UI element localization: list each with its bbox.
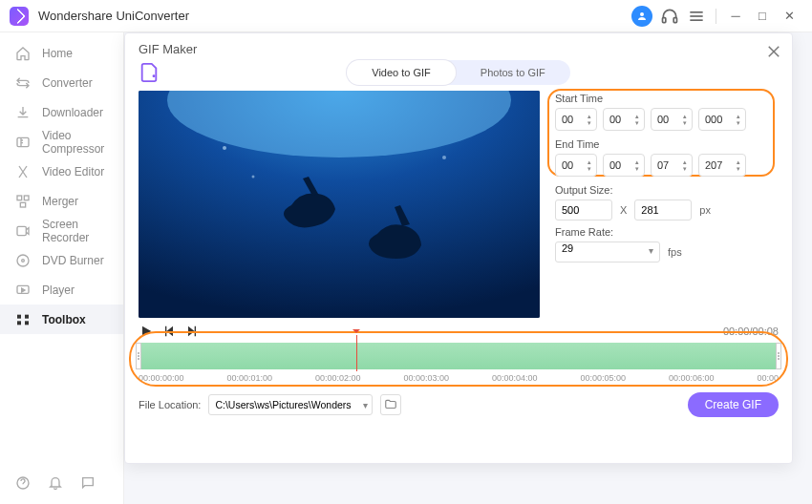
transport-time: 00:00/00:08	[723, 326, 779, 337]
feedback-icon[interactable]	[80, 475, 96, 491]
end-ms-input[interactable]: 207▴▾	[698, 154, 746, 177]
sidebar-item-converter[interactable]: Converter	[0, 68, 123, 97]
converter-icon	[15, 75, 31, 91]
svg-rect-17	[25, 321, 29, 325]
video-preview	[139, 91, 540, 318]
sidebar-item-home[interactable]: Home	[0, 38, 123, 68]
sidebar-item-recorder[interactable]: Screen Recorder	[0, 216, 123, 245]
tab-photos-to-gif[interactable]: Photos to GIF	[456, 60, 570, 85]
sidebar-item-dvd[interactable]: DVD Burner	[0, 245, 123, 275]
svg-rect-8	[24, 196, 29, 200]
fps-unit: fps	[668, 246, 682, 258]
start-ms-input[interactable]: 000▴▾	[698, 108, 746, 131]
bell-icon[interactable]	[48, 475, 63, 491]
sidebar: Home Converter Downloader Video Compress…	[0, 32, 124, 504]
svg-point-23	[223, 146, 226, 150]
compress-icon	[15, 135, 31, 150]
trim-handle-right[interactable]	[776, 343, 781, 369]
sidebar-item-editor[interactable]: Video Editor	[0, 157, 123, 186]
svg-rect-7	[17, 196, 22, 200]
output-height-input[interactable]	[634, 200, 692, 220]
start-s-input[interactable]: 00▴▾	[651, 108, 693, 131]
sidebar-item-label: Screen Recorder	[42, 218, 123, 244]
gif-maker-panel: GIF Maker Video to GIF Photos to GIF	[124, 32, 793, 464]
svg-point-12	[22, 259, 25, 262]
start-time-label: Start Time	[555, 93, 779, 104]
file-location-label: File Location:	[139, 399, 201, 410]
output-size-label: Output Size:	[555, 184, 779, 196]
svg-rect-1	[663, 17, 666, 22]
user-avatar-icon[interactable]	[631, 6, 652, 27]
panel-title: GIF Maker	[125, 33, 792, 60]
frame-rate-label: Frame Rate:	[555, 226, 779, 238]
svg-rect-10	[17, 226, 26, 235]
fps-select[interactable]: 29	[555, 242, 660, 262]
svg-rect-9	[20, 202, 25, 207]
dvd-icon	[15, 253, 31, 268]
settings-pane: Start Time 00▴▾ 00▴▾ 00▴▾ 000▴▾ End Time…	[555, 91, 779, 318]
merger-icon	[15, 194, 31, 209]
x-separator: X	[620, 204, 627, 216]
player-icon	[15, 283, 31, 298]
svg-point-24	[252, 176, 255, 178]
svg-point-11	[17, 255, 29, 266]
close-button[interactable]: ✕	[776, 3, 802, 30]
next-frame-button[interactable]	[184, 324, 200, 339]
open-folder-button[interactable]	[380, 394, 401, 415]
play-button[interactable]	[139, 324, 154, 339]
help-icon[interactable]	[15, 475, 31, 491]
sidebar-item-label: Toolbox	[42, 313, 86, 326]
mode-tabs: Video to GIF Photos to GIF	[347, 60, 569, 85]
titlebar: Wondershare UniConverter ─ □ ✕	[0, 0, 812, 32]
prev-frame-button[interactable]	[161, 324, 177, 339]
playhead[interactable]	[356, 335, 357, 371]
app-title: Wondershare UniConverter	[38, 9, 189, 23]
sidebar-item-compressor[interactable]: Video Compressor	[0, 127, 123, 157]
sidebar-item-downloader[interactable]: Downloader	[0, 97, 123, 127]
add-file-icon[interactable]	[139, 62, 160, 83]
svg-rect-2	[673, 17, 676, 22]
svg-point-25	[442, 156, 446, 159]
editor-icon	[15, 164, 31, 179]
tab-video-to-gif[interactable]: Video to GIF	[347, 60, 456, 85]
download-icon	[15, 105, 31, 120]
sidebar-item-label: Video Compressor	[42, 129, 123, 156]
menu-icon[interactable]	[683, 3, 710, 30]
svg-rect-14	[17, 314, 21, 318]
file-location-select[interactable]: C:\Users\ws\Pictures\Wonders	[208, 394, 373, 415]
home-icon	[15, 46, 31, 61]
px-unit: px	[699, 204, 711, 216]
maximize-button[interactable]: □	[749, 3, 776, 30]
minimize-button[interactable]: ─	[722, 3, 749, 30]
end-h-input[interactable]: 00▴▾	[555, 154, 597, 177]
end-time-label: End Time	[555, 138, 779, 150]
recorder-icon	[15, 223, 31, 239]
sidebar-item-label: Converter	[42, 76, 93, 90]
end-m-input[interactable]: 00▴▾	[603, 154, 645, 177]
start-m-input[interactable]: 00▴▾	[603, 108, 645, 131]
sidebar-item-label: Player	[42, 284, 75, 297]
toolbox-icon	[15, 312, 31, 327]
timeline-track[interactable]	[139, 343, 779, 369]
sidebar-item-player[interactable]: Player	[0, 275, 123, 304]
output-width-input[interactable]	[555, 200, 612, 220]
sidebar-item-label: DVD Burner	[42, 254, 104, 267]
svg-rect-16	[17, 321, 21, 325]
end-s-input[interactable]: 07▴▾	[651, 154, 693, 177]
timeline-ruler: 00:00:00:0000:00:01:0000:00:02:0000:00:0…	[139, 373, 779, 383]
sidebar-bottom	[0, 464, 123, 504]
sidebar-item-label: Merger	[42, 195, 78, 208]
svg-rect-15	[25, 314, 29, 318]
trim-handle-left[interactable]	[136, 343, 141, 369]
close-icon[interactable]	[765, 43, 782, 60]
create-gif-button[interactable]: Create GIF	[688, 392, 779, 417]
sidebar-item-toolbox[interactable]: Toolbox	[0, 304, 123, 334]
sidebar-item-label: Video Editor	[42, 165, 104, 178]
start-h-input[interactable]: 00▴▾	[555, 108, 597, 131]
sidebar-item-merger[interactable]: Merger	[0, 186, 123, 216]
headphones-icon[interactable]	[656, 3, 683, 30]
sidebar-item-label: Home	[42, 47, 73, 60]
app-logo	[10, 7, 29, 26]
svg-point-0	[640, 12, 644, 16]
sidebar-item-label: Downloader	[42, 106, 103, 119]
